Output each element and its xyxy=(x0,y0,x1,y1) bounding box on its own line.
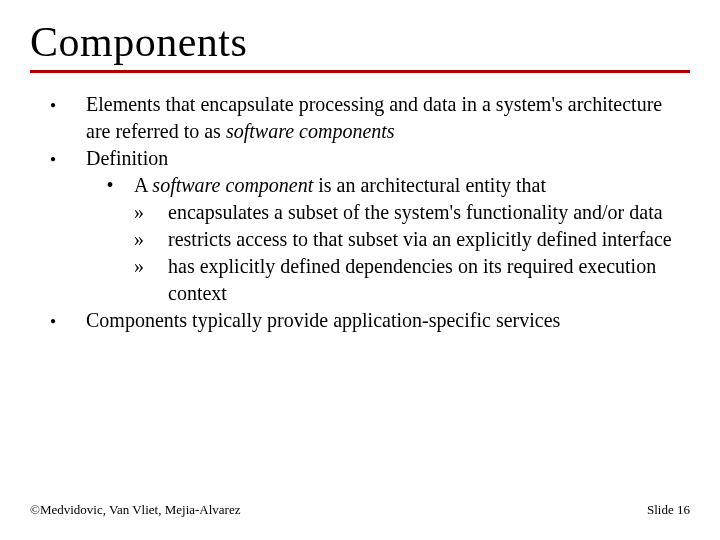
bullet-2: Definition xyxy=(38,145,680,172)
bullet-text: A software component is an architectural… xyxy=(134,172,680,199)
text-emphasis: software component xyxy=(152,174,313,196)
bullet-text: Elements that encapsulate processing and… xyxy=(86,91,680,145)
slide-title: Components xyxy=(30,18,690,66)
bullet-1: Elements that encapsulate processing and… xyxy=(38,91,680,145)
bullet-text: restricts access to that subset via an e… xyxy=(168,226,680,253)
footer-left: ©Medvidovic, Van Vliet, Mejia-Alvarez xyxy=(30,502,240,518)
text-run: is an architectural entity that xyxy=(313,174,546,196)
text-emphasis: software components xyxy=(226,120,395,142)
title-rule xyxy=(30,70,690,73)
slide-content: Elements that encapsulate processing and… xyxy=(30,91,690,334)
bullet-icon xyxy=(38,91,86,145)
bullet-icon xyxy=(86,172,134,199)
bullet-text: has explicitly defined dependencies on i… xyxy=(168,253,680,307)
bullet-icon xyxy=(134,226,168,253)
bullet-icon xyxy=(134,253,168,307)
bullet-icon xyxy=(38,307,86,334)
bullet-2-1-a: encapsulates a subset of the system's fu… xyxy=(38,199,680,226)
bullet-text: Definition xyxy=(86,145,680,172)
footer-right: Slide 16 xyxy=(647,502,690,518)
bullet-2-1-c: has explicitly defined dependencies on i… xyxy=(38,253,680,307)
bullet-3: Components typically provide application… xyxy=(38,307,680,334)
bullet-2-1: A software component is an architectural… xyxy=(38,172,680,199)
bullet-icon xyxy=(134,199,168,226)
bullet-2-1-b: restricts access to that subset via an e… xyxy=(38,226,680,253)
bullet-text: encapsulates a subset of the system's fu… xyxy=(168,199,680,226)
text-run: A xyxy=(134,174,152,196)
bullet-text: Components typically provide application… xyxy=(86,307,680,334)
slide: Components Elements that encapsulate pro… xyxy=(0,0,720,540)
bullet-icon xyxy=(38,145,86,172)
slide-footer: ©Medvidovic, Van Vliet, Mejia-Alvarez Sl… xyxy=(30,502,690,518)
